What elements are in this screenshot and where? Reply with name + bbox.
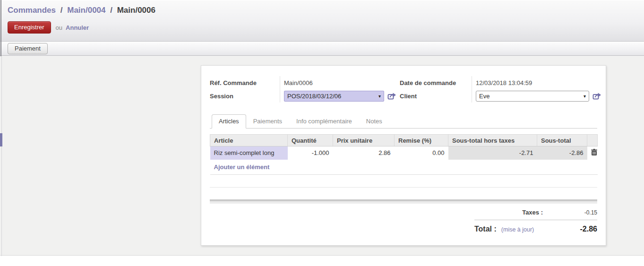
or-label: ou bbox=[56, 24, 62, 31]
date-commande-value: 12/03/2018 13:04:59 bbox=[476, 76, 601, 89]
payment-button[interactable]: Paiement bbox=[8, 43, 48, 54]
breadcrumb: Commandes / Main/0004 / Main/0006 bbox=[8, 6, 644, 15]
order-form-sheet: Réf. Commande Session Main/0006 POS/2018… bbox=[201, 65, 606, 246]
add-line-link[interactable]: Ajouter un élément bbox=[210, 160, 598, 175]
trash-icon bbox=[591, 150, 597, 157]
breadcrumb-link-commandes[interactable]: Commandes bbox=[8, 6, 56, 15]
client-select[interactable]: Eve ▾ bbox=[476, 91, 589, 102]
cell-prix-unitaire[interactable]: 2.86 bbox=[333, 146, 395, 160]
column-header-remise[interactable]: Remise (%) bbox=[395, 135, 448, 146]
session-select[interactable]: POS/2018/03/12/06 ▾ bbox=[284, 91, 384, 102]
label-column: Date de commande Client bbox=[400, 76, 472, 103]
breadcrumb-separator: / bbox=[108, 6, 115, 15]
breadcrumb-separator: / bbox=[58, 6, 65, 15]
column-header-prix-unitaire[interactable]: Prix unitaire bbox=[333, 135, 395, 146]
delete-row-button[interactable] bbox=[587, 146, 598, 160]
taxes-label: Taxes : bbox=[474, 209, 570, 216]
cell-article[interactable]: Riz semi-complet long bbox=[210, 146, 288, 160]
breadcrumb-current: Main/0006 bbox=[117, 6, 155, 15]
field-group-right: Date de commande Client 12/03/2018 13:04… bbox=[400, 76, 601, 103]
client-field-row: Eve ▾ bbox=[476, 89, 601, 103]
save-button[interactable]: Enregistrer bbox=[8, 21, 51, 34]
session-external-link-icon[interactable] bbox=[387, 92, 396, 100]
total-value: -2.86 bbox=[580, 225, 597, 233]
notebook-tabs: Articles Paiements Info complémentaire N… bbox=[210, 114, 597, 129]
order-lines-table: Article Quantité Prix unitaire Remise (%… bbox=[210, 134, 598, 175]
column-header-sous-total[interactable]: Sous-total bbox=[537, 135, 587, 146]
value-column: 12/03/2018 13:04:59 Eve ▾ bbox=[472, 76, 601, 103]
chevron-down-icon: ▾ bbox=[378, 94, 381, 99]
update-total-link[interactable]: (mise à jour) bbox=[501, 226, 534, 233]
content-area: Réf. Commande Session Main/0006 POS/2018… bbox=[0, 56, 644, 256]
cell-sous-total-hors-taxes: -2.71 bbox=[448, 146, 537, 160]
form-fields: Réf. Commande Session Main/0006 POS/2018… bbox=[210, 76, 597, 103]
date-commande-label: Date de commande bbox=[400, 76, 472, 89]
tab-notes[interactable]: Notes bbox=[359, 114, 389, 129]
client-select-value: Eve bbox=[479, 93, 582, 100]
client-label: Client bbox=[400, 89, 472, 103]
cell-quantite[interactable]: -1.000 bbox=[288, 146, 333, 160]
list-bottom-border bbox=[210, 175, 597, 188]
table-header-row: Article Quantité Prix unitaire Remise (%… bbox=[210, 135, 598, 146]
cell-sous-total: -2.86 bbox=[537, 146, 587, 160]
total-row: Total : (mise à jour) -2.86 bbox=[474, 225, 597, 233]
tab-info-complementaire[interactable]: Info complémentaire bbox=[289, 114, 359, 129]
left-edge-border bbox=[0, 0, 1, 56]
cell-remise[interactable]: 0.00 bbox=[395, 146, 448, 160]
tab-paiements[interactable]: Paiements bbox=[246, 114, 289, 129]
ref-commande-label: Réf. Commande bbox=[210, 76, 280, 89]
totals-divider bbox=[474, 220, 597, 220]
session-field-row: POS/2018/03/12/06 ▾ bbox=[284, 89, 396, 103]
session-select-value: POS/2018/03/12/06 bbox=[287, 93, 377, 100]
session-label: Session bbox=[210, 89, 280, 103]
column-header-sous-total-hors-taxes[interactable]: Sous-total hors taxes bbox=[448, 135, 537, 146]
section-separator bbox=[210, 199, 597, 204]
label-column: Réf. Commande Session bbox=[210, 76, 280, 103]
value-column: Main/0006 POS/2018/03/12/06 ▾ bbox=[280, 76, 396, 103]
secondary-toolbar: Paiement bbox=[0, 42, 644, 56]
field-group-left: Réf. Commande Session Main/0006 POS/2018… bbox=[210, 76, 396, 103]
total-label: Total : bbox=[474, 225, 497, 233]
sidebar-handle[interactable] bbox=[0, 133, 2, 146]
left-edge-border bbox=[1, 56, 2, 256]
taxes-row: Taxes : -0.15 bbox=[474, 209, 597, 216]
column-header-article[interactable]: Article bbox=[210, 135, 288, 146]
column-header-quantite[interactable]: Quantité bbox=[288, 135, 333, 146]
add-line-row: Ajouter un élément bbox=[210, 160, 598, 175]
footer-strip bbox=[0, 256, 644, 265]
totals-block: Taxes : -0.15 Total : (mise à jour) -2.8… bbox=[474, 209, 597, 233]
cancel-link[interactable]: Annuler bbox=[66, 24, 89, 31]
action-row: Enregistrer ou Annuler bbox=[8, 21, 644, 34]
table-row[interactable]: Riz semi-complet long -1.000 2.86 0.00 -… bbox=[210, 146, 598, 160]
column-header-actions bbox=[587, 135, 598, 146]
taxes-value: -0.15 bbox=[570, 209, 597, 216]
client-external-link-icon[interactable] bbox=[592, 92, 601, 100]
top-header: Commandes / Main/0004 / Main/0006 Enregi… bbox=[0, 0, 644, 42]
ref-commande-value: Main/0006 bbox=[284, 76, 396, 89]
chevron-down-icon: ▾ bbox=[584, 94, 586, 99]
breadcrumb-link-main0004[interactable]: Main/0004 bbox=[67, 6, 105, 15]
tab-articles[interactable]: Articles bbox=[212, 114, 246, 129]
